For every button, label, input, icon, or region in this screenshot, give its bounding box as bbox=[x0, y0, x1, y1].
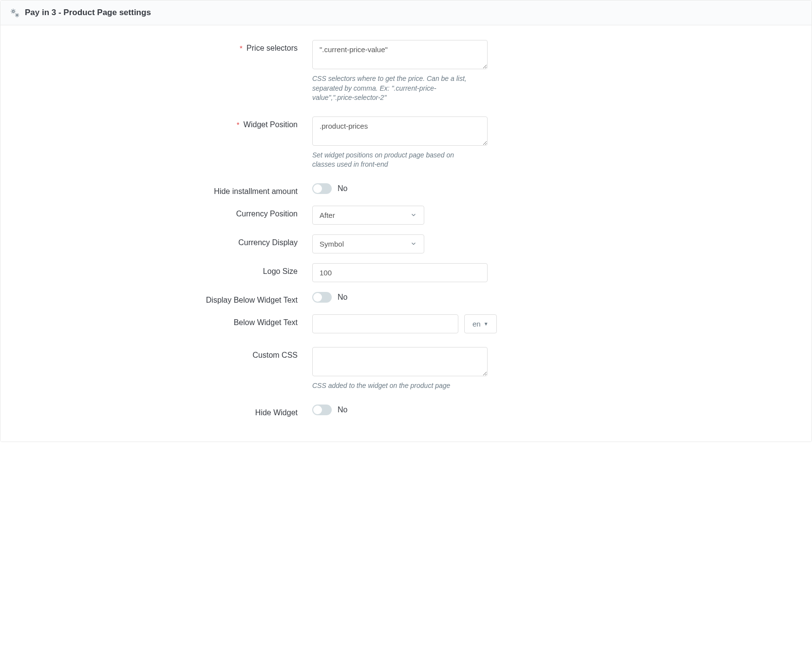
price-selectors-label: Price selectors bbox=[246, 44, 298, 52]
display-below-widget-text-toggle-text: No bbox=[338, 293, 347, 302]
control-row: en ▼ bbox=[312, 314, 497, 333]
language-selector-button[interactable]: en ▼ bbox=[464, 314, 497, 333]
control-col: Set widget positions on product page bas… bbox=[312, 116, 488, 170]
logo-size-label: Logo Size bbox=[263, 267, 298, 275]
svg-point-1 bbox=[16, 14, 18, 16]
label-col: Hide installment amount bbox=[15, 183, 312, 196]
language-code: en bbox=[472, 320, 481, 328]
chevron-down-icon bbox=[410, 240, 417, 247]
display-below-widget-text-toggle[interactable] bbox=[312, 292, 332, 303]
row-below-widget-text: Below Widget Text en ▼ bbox=[15, 314, 792, 333]
hide-installment-toggle-text: No bbox=[338, 184, 347, 193]
control-col: en ▼ bbox=[312, 314, 497, 333]
panel-header: Pay in 3 - Product Page settings bbox=[0, 0, 812, 25]
gear-icon bbox=[9, 7, 20, 18]
toggle-wrap: No bbox=[312, 405, 347, 415]
label-col: * Widget Position bbox=[15, 116, 312, 129]
row-currency-display: Currency Display Symbol bbox=[15, 234, 792, 253]
row-hide-widget: Hide Widget No bbox=[15, 405, 792, 417]
custom-css-input[interactable] bbox=[312, 347, 488, 376]
currency-display-label: Currency Display bbox=[238, 238, 298, 247]
control-col: No bbox=[312, 405, 347, 415]
row-price-selectors: * Price selectors CSS selectors where to… bbox=[15, 40, 792, 103]
required-star: * bbox=[237, 120, 240, 129]
label-col: Custom CSS bbox=[15, 347, 312, 360]
hide-widget-label: Hide Widget bbox=[255, 408, 298, 417]
currency-display-value: Symbol bbox=[320, 240, 344, 248]
display-below-widget-text-label: Display Below Widget Text bbox=[206, 296, 298, 304]
control-col: Symbol bbox=[312, 234, 424, 253]
price-selectors-help: CSS selectors where to get the price. Ca… bbox=[312, 74, 478, 103]
currency-position-value: After bbox=[320, 211, 335, 219]
label-col: Currency Position bbox=[15, 206, 312, 218]
label-col: Hide Widget bbox=[15, 405, 312, 417]
below-widget-text-label: Below Widget Text bbox=[234, 318, 298, 327]
row-custom-css: Custom CSS CSS added to the widget on th… bbox=[15, 347, 792, 391]
hide-widget-toggle-text: No bbox=[338, 405, 347, 414]
label-col: Display Below Widget Text bbox=[15, 292, 312, 305]
toggle-wrap: No bbox=[312, 183, 347, 194]
hide-installment-toggle[interactable] bbox=[312, 183, 332, 194]
control-col: CSS added to the widget on the product p… bbox=[312, 347, 488, 391]
panel-body: * Price selectors CSS selectors where to… bbox=[0, 25, 812, 442]
control-col: No bbox=[312, 183, 347, 194]
label-col: Logo Size bbox=[15, 263, 312, 276]
control-col: After bbox=[312, 206, 424, 225]
label-col: Currency Display bbox=[15, 234, 312, 247]
control-col bbox=[312, 263, 488, 282]
caret-down-icon: ▼ bbox=[484, 321, 489, 327]
custom-css-label: Custom CSS bbox=[253, 351, 298, 359]
label-col: Below Widget Text bbox=[15, 314, 312, 327]
required-star: * bbox=[240, 44, 243, 52]
row-logo-size: Logo Size bbox=[15, 263, 792, 282]
row-currency-position: Currency Position After bbox=[15, 206, 792, 225]
currency-position-label: Currency Position bbox=[236, 210, 298, 218]
control-col: No bbox=[312, 292, 347, 303]
below-widget-text-input[interactable] bbox=[312, 314, 458, 333]
widget-position-help: Set widget positions on product page bas… bbox=[312, 151, 478, 170]
logo-size-input[interactable] bbox=[312, 263, 488, 282]
custom-css-help: CSS added to the widget on the product p… bbox=[312, 381, 478, 391]
panel-title: Pay in 3 - Product Page settings bbox=[25, 8, 151, 18]
row-display-below-widget-text: Display Below Widget Text No bbox=[15, 292, 792, 305]
label-col: * Price selectors bbox=[15, 40, 312, 53]
svg-point-0 bbox=[12, 10, 14, 12]
hide-widget-toggle[interactable] bbox=[312, 405, 332, 415]
settings-panel: Pay in 3 - Product Page settings * Price… bbox=[0, 0, 812, 442]
widget-position-label: Widget Position bbox=[244, 120, 298, 129]
widget-position-input[interactable] bbox=[312, 116, 488, 146]
toggle-wrap: No bbox=[312, 292, 347, 303]
hide-installment-label: Hide installment amount bbox=[214, 187, 298, 195]
price-selectors-input[interactable] bbox=[312, 40, 488, 69]
row-hide-installment: Hide installment amount No bbox=[15, 183, 792, 196]
control-col: CSS selectors where to get the price. Ca… bbox=[312, 40, 488, 103]
currency-display-select[interactable]: Symbol bbox=[312, 234, 424, 253]
row-widget-position: * Widget Position Set widget positions o… bbox=[15, 116, 792, 170]
currency-position-select[interactable]: After bbox=[312, 206, 424, 225]
chevron-down-icon bbox=[410, 212, 417, 218]
